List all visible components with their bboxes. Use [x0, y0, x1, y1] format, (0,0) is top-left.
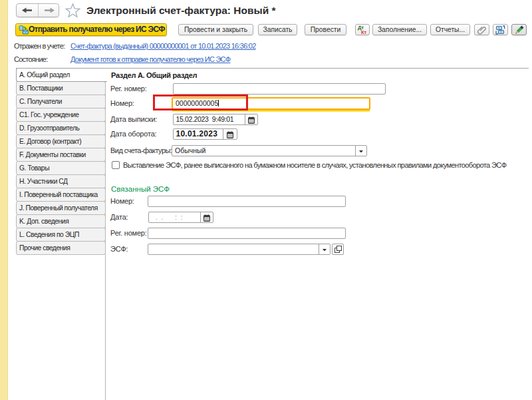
svg-text:Кт: Кт: [361, 29, 367, 35]
